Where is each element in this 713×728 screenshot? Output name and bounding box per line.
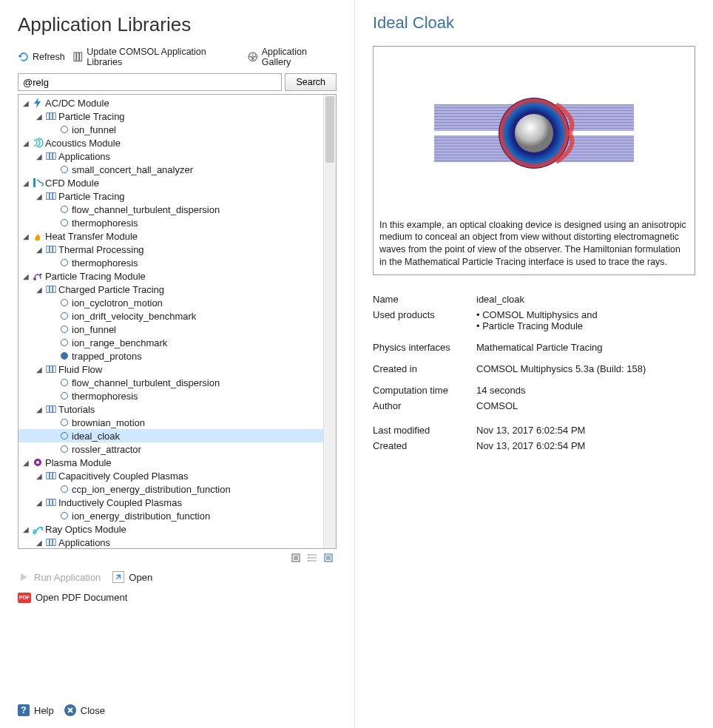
gallery-link[interactable]: Application Gallery [247, 47, 337, 67]
preview-box: In this example, an optical cloaking dev… [373, 46, 695, 275]
tree-node[interactable]: ◢Particle Tracing [18, 189, 323, 203]
module-icon [32, 177, 44, 189]
close-button[interactable]: Close [64, 704, 105, 716]
tree-item[interactable]: ccp_ion_energy_distribution_function [18, 482, 323, 496]
folder-icon [45, 496, 57, 508]
tree-node[interactable]: ◢Ray Optics Module [18, 522, 323, 536]
tree-node[interactable]: ◢Fluid Flow [18, 363, 323, 376]
tree-node[interactable]: ◢Tutorials [18, 402, 323, 416]
tree-tool-icon-3[interactable] [323, 552, 335, 564]
tree-item[interactable]: ion_cyclotron_motion [18, 296, 323, 309]
expand-icon[interactable]: ◢ [35, 152, 44, 161]
tree-item[interactable]: ion_funnel [18, 123, 323, 136]
tree-item[interactable]: ion_range_benchmark [18, 336, 323, 349]
expand-icon[interactable]: ◢ [35, 286, 44, 294]
tree-node[interactable]: ◢Inductively Coupled Plasmas [18, 496, 323, 509]
info-value: 14 seconds [476, 385, 695, 396]
tree-item[interactable]: ion_energy_distribution_function [18, 509, 323, 522]
expand-icon[interactable]: ◢ [21, 459, 30, 467]
library-tree[interactable]: ◢AC/DC Module◢Particle Tracingion_funnel… [18, 95, 323, 548]
tree-item[interactable]: ion_funnel [18, 323, 323, 336]
scroll-thumb[interactable] [325, 96, 334, 163]
tree-label: Ray Optics Module [45, 524, 126, 535]
tree-label: Applications [58, 151, 110, 162]
tree-node[interactable]: ◢Particle Tracing [18, 109, 323, 123]
tree-tool-icon-2[interactable] [307, 552, 319, 564]
tree-node[interactable]: ◢Applications [18, 149, 323, 163]
tree-node[interactable]: ◢Acoustics Module [18, 136, 323, 149]
expand-icon[interactable]: ◢ [35, 112, 44, 121]
tree-node[interactable]: ◢Capacitively Coupled Plasmas [18, 469, 323, 482]
tree-scrollbar[interactable] [323, 95, 336, 548]
tree-label: rossler_attractor [72, 444, 141, 455]
tree-label: small_concert_hall_analyzer [72, 164, 193, 175]
expand-icon[interactable]: ◢ [35, 246, 44, 254]
expand-icon[interactable]: ◢ [35, 499, 44, 507]
tree-item[interactable]: thermophoresis [18, 256, 323, 269]
page-title: Application Libraries [18, 13, 337, 36]
tree-node[interactable]: ◢Thermal Processing [18, 243, 323, 256]
svg-rect-39 [53, 539, 56, 546]
tree-label: trapped_protons [72, 351, 142, 362]
expand-icon[interactable]: ◢ [21, 179, 30, 187]
expand-icon[interactable]: ◢ [35, 192, 44, 200]
folder-icon [45, 363, 57, 375]
tree-item[interactable]: flow_channel_turbulent_dispersion [18, 203, 323, 216]
model-dot-icon [58, 323, 70, 335]
expand-icon[interactable]: ◢ [21, 99, 30, 107]
svg-rect-4 [47, 113, 50, 120]
tree-item[interactable]: ideal_cloak [18, 429, 323, 442]
model-dot-icon [58, 350, 70, 362]
tree-tool-icon-1[interactable] [291, 552, 303, 564]
refresh-link[interactable]: Refresh [18, 51, 65, 63]
search-button[interactable]: Search [285, 73, 337, 91]
svg-rect-13 [53, 193, 56, 200]
run-application-button: Run Application [18, 571, 101, 583]
tree-node[interactable]: ◢Plasma Module [18, 456, 323, 469]
expand-icon[interactable]: ◢ [35, 539, 44, 547]
expand-icon[interactable]: ◢ [21, 525, 30, 533]
svg-rect-7 [47, 153, 50, 160]
module-icon [32, 97, 44, 109]
tree-node[interactable]: ◢Charged Particle Tracing [18, 283, 323, 296]
tree-item[interactable]: ion_drift_velocity_benchmark [18, 309, 323, 323]
tree-item[interactable]: rossler_attractor [18, 442, 323, 456]
search-input[interactable] [18, 73, 282, 91]
help-button[interactable]: ? Help [18, 704, 54, 716]
tree-item[interactable]: small_concert_hall_analyzer [18, 163, 323, 176]
tree-label: Capacitively Coupled Plasmas [58, 471, 189, 482]
tree-label: ion_cyclotron_motion [72, 297, 163, 309]
tree-item[interactable]: thermophoresis [18, 216, 323, 229]
model-dot-icon [58, 310, 70, 322]
tree-item[interactable]: trapped_protons [18, 349, 323, 363]
expand-icon[interactable]: ◢ [21, 272, 30, 280]
play-icon [18, 571, 30, 583]
tree-node[interactable]: ◢Particle Tracing Module [18, 269, 323, 283]
expand-icon[interactable]: ◢ [35, 365, 44, 374]
svg-point-45 [308, 557, 309, 559]
tree-label: Particle Tracing [58, 111, 125, 122]
expand-icon[interactable]: ◢ [35, 405, 44, 414]
svg-rect-20 [50, 286, 53, 293]
tree-item[interactable]: flow_channel_turbulent_dispersion [18, 376, 323, 389]
tree-node[interactable]: ◢Heat Transfer Module [18, 229, 323, 243]
expand-icon[interactable]: ◢ [21, 232, 30, 240]
tree-node[interactable]: ◢Applications [18, 536, 323, 548]
model-dot-icon [58, 417, 70, 428]
tree-item[interactable]: brownian_motion [18, 416, 323, 429]
preview-image [379, 53, 689, 216]
tree-node[interactable]: ◢AC/DC Module [18, 96, 323, 109]
detail-info-table: Nameideal_cloakUsed productsCOMSOL Multi… [373, 291, 695, 454]
tree-label: flow_channel_turbulent_dispersion [72, 204, 220, 215]
open-button[interactable]: Open [112, 571, 152, 583]
svg-rect-11 [47, 193, 50, 200]
expand-icon[interactable]: ◢ [21, 139, 30, 147]
update-libs-link[interactable]: Update COMSOL Application Libraries [72, 47, 240, 67]
folder-icon [45, 283, 57, 295]
tree-label: ion_funnel [72, 124, 116, 135]
tree-label: Inductively Coupled Plasmas [58, 497, 182, 508]
tree-node[interactable]: ◢CFD Module [18, 176, 323, 189]
expand-icon[interactable]: ◢ [35, 472, 44, 480]
open-pdf-button[interactable]: PDF Open PDF Document [18, 592, 127, 603]
tree-item[interactable]: thermophoresis [18, 389, 323, 402]
